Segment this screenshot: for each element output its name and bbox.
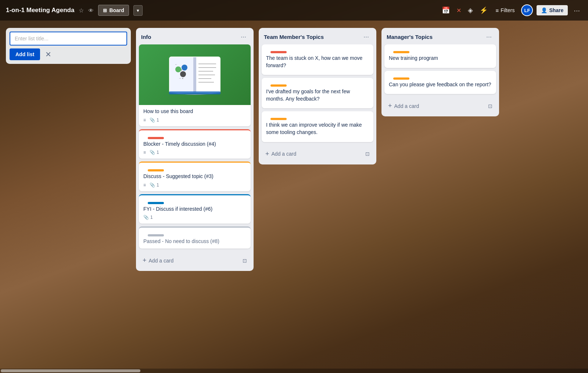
card-label-red	[270, 51, 287, 53]
card-label-orange	[148, 169, 164, 171]
scrollbar-thumb[interactable]	[1, 369, 140, 372]
column-manager-topics: Manager's Topics ··· New training progra…	[381, 28, 499, 116]
column-manager-menu-button[interactable]: ···	[484, 32, 494, 41]
calendar-icon[interactable]: 📅	[440, 5, 451, 16]
card-body: I think we can improve velocity if we ma…	[262, 111, 373, 142]
column-info-footer: + Add a card ⊡	[136, 251, 254, 271]
template-icon: ⊡	[243, 258, 247, 264]
view-chevron-button[interactable]: ▾	[133, 5, 143, 16]
card-footer: ≡ 📎 1	[143, 117, 246, 123]
description-icon: ≡	[143, 117, 146, 123]
card-info-3[interactable]: Discuss - Suggested topic (#3) ≡ 📎 1	[139, 162, 251, 191]
plus-icon: +	[143, 257, 147, 264]
card-body: The team is stuck on X, how can we move …	[262, 44, 373, 75]
column-manager-cards: New training program Can you please give…	[381, 44, 499, 97]
more-button[interactable]: ···	[571, 5, 582, 16]
board-view-button[interactable]: ⊞ Board	[98, 5, 129, 16]
card-manager-1[interactable]: New training program	[384, 44, 496, 68]
add-card-button-info[interactable]: + Add a card ⊡	[139, 254, 251, 267]
card-label-orange	[270, 118, 287, 120]
card-label-red	[148, 137, 164, 139]
person-icon: 👤	[541, 7, 547, 13]
description-icon: ≡	[143, 150, 146, 155]
column-team-footer: + Add a card ⊡	[259, 145, 376, 164]
attachment-icon-wrap: 📎 1	[143, 215, 153, 220]
add-card-left: + Add a card	[265, 150, 296, 158]
app-title: 1-on-1 Meeting Agenda	[6, 7, 74, 14]
attachment-icon: 📎	[143, 215, 149, 220]
card-info-5[interactable]: Passed - No need to discuss (#8)	[139, 227, 251, 249]
card-team-3[interactable]: I think we can improve velocity if we ma…	[262, 111, 373, 142]
filters-button[interactable]: ≡ Filters	[493, 6, 518, 15]
svg-point-5	[182, 65, 187, 70]
column-manager-footer: + Add a card ⊡	[381, 97, 499, 116]
column-info-cards: ← → ×	[136, 44, 254, 251]
share-button[interactable]: 👤 Share	[537, 5, 568, 15]
card-body: Discuss - Suggested topic (#3) ≡ 📎 1	[139, 163, 251, 191]
watch-icon[interactable]: 👁	[88, 7, 94, 14]
card-manager-2[interactable]: Can you please give feedback on the repo…	[384, 71, 496, 94]
attachment-count: 1	[157, 182, 159, 188]
new-list-title-input[interactable]	[10, 32, 127, 46]
card-team-1[interactable]: The team is stuck on X, how can we move …	[262, 44, 373, 75]
card-title: I think we can improve velocity if we ma…	[266, 122, 369, 136]
plus-icon: +	[265, 150, 269, 158]
card-info-1[interactable]: ← → ×	[139, 44, 251, 126]
template-icon: ⊡	[488, 103, 492, 109]
column-manager-title: Manager's Topics	[387, 34, 484, 40]
column-info-title: Info	[141, 34, 239, 40]
card-info-2[interactable]: Blocker - Timely discussion (#4) ≡ 📎 1	[139, 129, 251, 159]
card-team-2[interactable]: I've drafted my goals for the next few m…	[262, 78, 373, 108]
horizontal-scrollbar[interactable]	[0, 369, 588, 373]
attachment-count: 1	[150, 215, 153, 220]
card-image: ← → ×	[139, 44, 251, 105]
card-title: The team is stuck on X, how can we move …	[266, 55, 369, 69]
card-title: How to use this board	[143, 108, 246, 115]
add-card-label: Add a card	[149, 258, 174, 264]
svg-point-4	[175, 66, 181, 72]
new-list-actions: Add list ✕	[10, 48, 127, 60]
card-info-4[interactable]: FYI - Discuss if interested (#6) 📎 1	[139, 194, 251, 224]
board-icon: ⊞	[103, 8, 107, 13]
svg-text:→ ×: → ×	[179, 77, 183, 80]
card-footer: ≡ 📎 1	[143, 182, 246, 188]
add-list-button[interactable]: Add list	[10, 48, 40, 60]
column-info: Info ···	[136, 28, 254, 271]
card-title: Blocker - Timely discussion (#4)	[143, 141, 246, 148]
add-card-button-team[interactable]: + Add a card ⊡	[262, 147, 373, 161]
card-body: Passed - No need to discuss (#8)	[139, 228, 251, 249]
attachment-icon: 📎	[150, 150, 155, 155]
add-card-left: + Add a card	[388, 102, 419, 110]
card-label-gray	[148, 234, 164, 236]
add-card-label: Add a card	[272, 151, 297, 157]
svg-line-7	[181, 69, 182, 70]
card-title: I've drafted my goals for the next few m…	[266, 88, 369, 102]
description-icon-wrap: ≡	[143, 182, 146, 188]
card-body: Can you please give feedback on the repo…	[384, 71, 496, 94]
lightning-icon[interactable]: ⚡	[478, 5, 489, 16]
card-label-orange	[270, 84, 287, 87]
attachment-icon: 📎	[150, 117, 155, 123]
card-title: FYI - Discuss if interested (#6)	[143, 206, 246, 213]
power-up-icon[interactable]: ◈	[466, 5, 474, 16]
cancel-new-list-button[interactable]: ✕	[43, 50, 54, 59]
column-team-menu-button[interactable]: ···	[361, 32, 371, 41]
avatar-initials: LF	[524, 8, 530, 13]
card-title: New training program	[389, 55, 492, 62]
card-title: Passed - No need to discuss (#8)	[143, 238, 246, 245]
attachment-count: 1	[157, 117, 159, 123]
column-manager-header: Manager's Topics ···	[381, 28, 499, 44]
star-icon[interactable]: ☆	[79, 7, 84, 14]
column-info-menu-button[interactable]: ···	[239, 32, 248, 41]
card-body: Blocker - Timely discussion (#4) ≡ 📎 1	[139, 130, 251, 159]
card-body: New training program	[384, 44, 496, 68]
add-card-label: Add a card	[394, 103, 419, 109]
share-label: Share	[549, 7, 563, 13]
user-avatar[interactable]: LF	[521, 4, 533, 16]
navbar-right: 📅 ✕ ◈ ⚡ ≡ Filters LF 👤 Share ···	[440, 4, 582, 16]
automation-icon[interactable]: ✕	[455, 6, 463, 15]
add-card-button-manager[interactable]: + Add a card ⊡	[384, 99, 496, 113]
card-label-blue	[148, 202, 164, 204]
description-icon: ≡	[143, 182, 146, 188]
template-icon: ⊡	[365, 151, 370, 157]
